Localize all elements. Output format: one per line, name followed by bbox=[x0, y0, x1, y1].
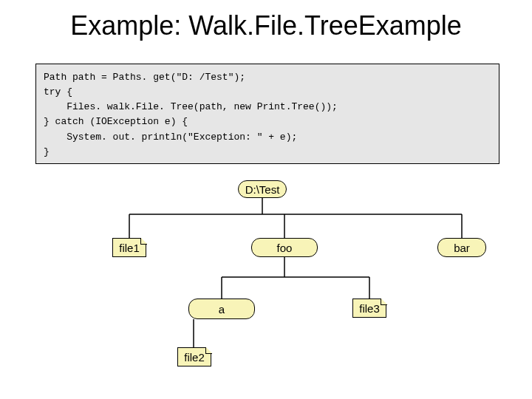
tree-node-root: D:\Test bbox=[238, 180, 287, 198]
tree-node-bar: bar bbox=[437, 238, 486, 257]
tree-connectors bbox=[0, 0, 532, 399]
slide-title: Example: Walk.File.TreeExample bbox=[0, 0, 532, 46]
tree-file-file1: file1 bbox=[112, 238, 146, 257]
tree-node-a: a bbox=[188, 299, 255, 319]
code-block: Path path = Paths. get("D: /Test"); try … bbox=[35, 64, 499, 164]
tree-file-file3: file3 bbox=[352, 299, 386, 318]
tree-node-foo: foo bbox=[251, 238, 318, 257]
tree-file-file2: file2 bbox=[177, 347, 211, 366]
